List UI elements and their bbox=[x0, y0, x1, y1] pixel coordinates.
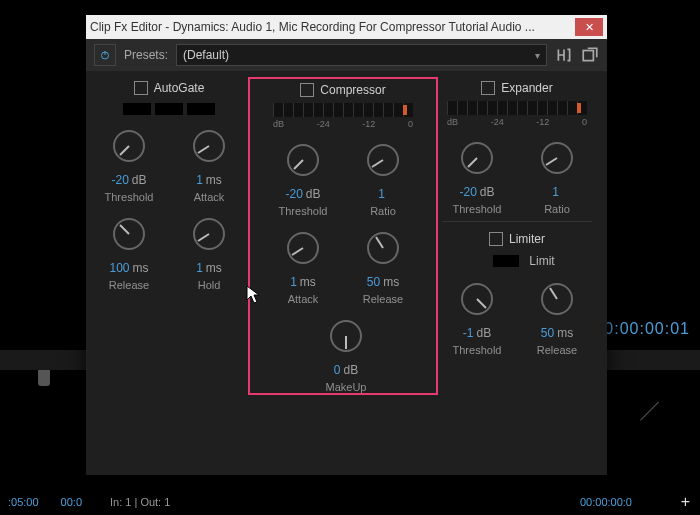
expander-threshold-knob[interactable] bbox=[456, 137, 498, 179]
compressor-threshold-knob[interactable] bbox=[282, 139, 324, 181]
svg-line-8 bbox=[120, 225, 129, 234]
window-title: Clip Fx Editor - Dynamics: Audio 1, Mic … bbox=[90, 20, 571, 34]
compressor-title: Compressor bbox=[320, 83, 385, 97]
autogate-release-knob[interactable] bbox=[108, 213, 150, 255]
section-expander: Expander dB-24-120 -20dB Threshold bbox=[442, 77, 592, 215]
svg-line-10 bbox=[198, 234, 209, 241]
svg-line-16 bbox=[292, 248, 303, 255]
routing-icon bbox=[555, 46, 573, 64]
preset-dropdown[interactable]: (Default) ▾ bbox=[176, 44, 547, 66]
autogate-state-leds bbox=[123, 103, 215, 115]
close-icon: ✕ bbox=[585, 21, 594, 34]
section-limiter: Limiter Limit -1dB Threshold bbox=[442, 221, 592, 356]
svg-line-22 bbox=[468, 158, 477, 167]
svg-line-12 bbox=[294, 160, 303, 169]
svg-line-14 bbox=[372, 160, 383, 167]
limiter-enable-checkbox[interactable] bbox=[489, 232, 503, 246]
compressor-attack-knob[interactable] bbox=[282, 227, 324, 269]
add-button[interactable]: + bbox=[681, 493, 690, 511]
autogate-threshold-knob[interactable] bbox=[108, 125, 150, 167]
expander-gr-meter bbox=[447, 101, 587, 115]
compressor-meter-scale: dB-24-120 bbox=[273, 119, 413, 129]
svg-line-18 bbox=[376, 237, 383, 248]
status-timecode-2: 00:0 bbox=[61, 496, 82, 508]
autogate-header[interactable]: AutoGate bbox=[134, 77, 205, 99]
expander-ratio-knob[interactable] bbox=[536, 137, 578, 179]
svg-line-28 bbox=[550, 288, 557, 299]
status-timecode-1: :05:00 bbox=[8, 496, 39, 508]
presets-label: Presets: bbox=[124, 48, 168, 62]
window-close-button[interactable]: ✕ bbox=[575, 18, 603, 36]
power-icon bbox=[99, 49, 111, 61]
autogate-hold-knob[interactable] bbox=[188, 213, 230, 255]
limiter-clip-led bbox=[493, 255, 519, 267]
autogate-attack-knob[interactable] bbox=[188, 125, 230, 167]
limiter-threshold-knob[interactable] bbox=[456, 278, 498, 320]
section-compressor: Compressor dB-24-120 -20dB Threshold bbox=[248, 77, 438, 395]
host-app: 00:00:00:01 :05:00 00:0 In: 1 | Out: 1 0… bbox=[0, 0, 700, 515]
status-in-out: In: 1 | Out: 1 bbox=[110, 496, 170, 508]
bypass-toggle[interactable] bbox=[94, 44, 116, 66]
popout-icon bbox=[581, 46, 599, 64]
clip-fx-editor-window: Clip Fx Editor - Dynamics: Audio 1, Mic … bbox=[86, 15, 607, 475]
chevron-down-icon: ▾ bbox=[535, 50, 540, 61]
undock-button[interactable] bbox=[581, 46, 599, 64]
compressor-makeup-knob[interactable] bbox=[325, 315, 367, 357]
compressor-enable-checkbox[interactable] bbox=[300, 83, 314, 97]
limiter-release-knob[interactable] bbox=[536, 278, 578, 320]
status-timecode-3: 00:00:00:0 bbox=[580, 496, 632, 508]
svg-line-26 bbox=[477, 299, 486, 308]
resize-grip[interactable] bbox=[640, 420, 670, 450]
compressor-ratio-knob[interactable] bbox=[362, 139, 404, 181]
compressor-release-knob[interactable] bbox=[362, 227, 404, 269]
expander-enable-checkbox[interactable] bbox=[481, 81, 495, 95]
sequence-timecode: 00:00:00:01 bbox=[594, 320, 690, 338]
status-bar: :05:00 00:0 In: 1 | Out: 1 00:00:00:0 + bbox=[0, 489, 700, 515]
expander-title: Expander bbox=[501, 81, 552, 95]
expander-meter-scale: dB-24-120 bbox=[447, 117, 587, 127]
limiter-header[interactable]: Limiter bbox=[489, 228, 545, 250]
channel-map-button[interactable] bbox=[555, 46, 573, 64]
dynamics-sections: AutoGate -20dB Threshold 1ms Attack bbox=[86, 71, 607, 403]
limiter-limit-label: Limit bbox=[529, 254, 554, 268]
section-autogate: AutoGate -20dB Threshold 1ms Attack bbox=[94, 77, 244, 395]
svg-line-4 bbox=[120, 146, 129, 155]
autogate-enable-checkbox[interactable] bbox=[134, 81, 148, 95]
compressor-header[interactable]: Compressor bbox=[300, 79, 385, 101]
window-titlebar[interactable]: Clip Fx Editor - Dynamics: Audio 1, Mic … bbox=[86, 15, 607, 39]
limiter-title: Limiter bbox=[509, 232, 545, 246]
fx-toolbar: Presets: (Default) ▾ bbox=[86, 39, 607, 71]
autogate-title: AutoGate bbox=[154, 81, 205, 95]
playhead-marker[interactable] bbox=[38, 370, 50, 386]
preset-selected: (Default) bbox=[183, 48, 229, 62]
svg-line-24 bbox=[546, 158, 557, 165]
svg-line-6 bbox=[198, 146, 209, 153]
compressor-gr-meter bbox=[273, 103, 413, 117]
svg-rect-2 bbox=[583, 51, 593, 61]
expander-header[interactable]: Expander bbox=[481, 77, 552, 99]
